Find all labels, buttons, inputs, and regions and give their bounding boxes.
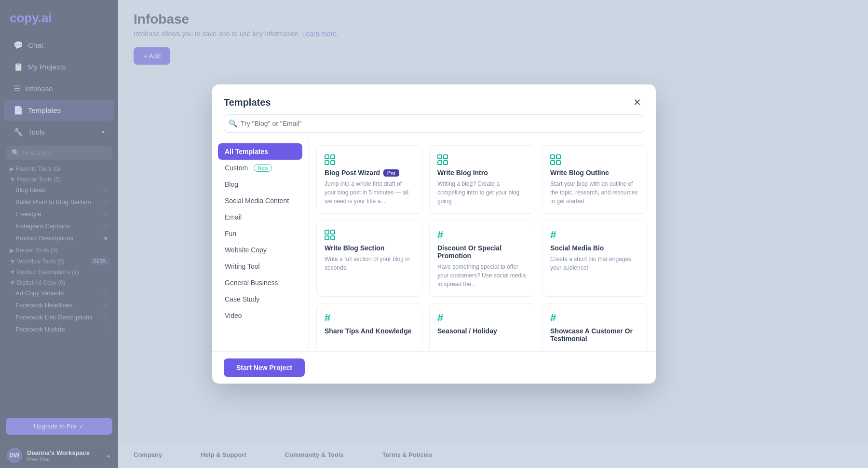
modal-overlay: Templates ✕ 🔍 All Templates Custom New B…	[0, 0, 868, 468]
svg-rect-14	[325, 236, 329, 240]
template-icon	[550, 154, 640, 165]
template-card-title: Seasonal / Holiday	[437, 327, 527, 335]
template-icon: #	[437, 313, 527, 323]
nav-fun[interactable]: Fun	[218, 225, 302, 242]
svg-rect-9	[556, 155, 560, 159]
modal-header: Templates ✕	[212, 84, 656, 114]
svg-rect-2	[325, 161, 329, 165]
svg-rect-11	[556, 161, 560, 165]
template-card[interactable]: # Discount Or Special Promotion Have som…	[429, 220, 535, 297]
nav-writing-tool[interactable]: Writing Tool	[218, 258, 302, 275]
template-icon: #	[325, 313, 414, 323]
svg-rect-3	[331, 161, 335, 165]
svg-rect-13	[331, 230, 335, 234]
start-new-project-button[interactable]: Start New Project	[224, 358, 305, 377]
modal-close-button[interactable]: ✕	[630, 95, 644, 110]
modal-footer: Start New Project	[212, 351, 656, 384]
template-card-title: Write Blog Section	[325, 244, 414, 252]
template-card[interactable]: Write Blog Intro Writing a blog? Create …	[429, 145, 535, 214]
template-card-title: Share Tips And Knowledge	[325, 327, 414, 335]
template-card-title: Write Blog Outline	[550, 169, 640, 177]
template-card[interactable]: # Share Tips And Knowledge	[316, 303, 422, 351]
nav-blog[interactable]: Blog	[218, 176, 302, 193]
template-card[interactable]: # Seasonal / Holiday	[429, 303, 535, 351]
template-grid-wrap: Blog Post Wizard Pro Jump into a whole f…	[309, 139, 656, 351]
nav-all-templates[interactable]: All Templates	[218, 143, 302, 160]
template-card-desc: Start your blog with an outline of the t…	[550, 179, 640, 206]
svg-rect-5	[444, 155, 448, 159]
template-card[interactable]: Write Blog Section Write a full section …	[316, 220, 422, 297]
template-search-input[interactable]	[224, 114, 644, 133]
template-grid: Blog Post Wizard Pro Jump into a whole f…	[316, 145, 648, 351]
template-card-desc: Write a full section of your blog in sec…	[325, 255, 414, 272]
templates-modal: Templates ✕ 🔍 All Templates Custom New B…	[212, 84, 656, 384]
template-card-desc: Writing a blog? Create a compelling intr…	[437, 179, 527, 206]
template-card[interactable]: Write Blog Outline Start your blog with …	[542, 145, 648, 214]
svg-rect-8	[551, 155, 555, 159]
template-card-title: Showcase A Customer Or Testimonial	[550, 327, 640, 343]
svg-rect-10	[551, 161, 555, 165]
template-search-wrap: 🔍	[224, 114, 644, 133]
nav-email[interactable]: Email	[218, 209, 302, 225]
template-icon: #	[550, 230, 640, 240]
search-icon: 🔍	[229, 119, 238, 128]
nav-general-business[interactable]: General Business	[218, 275, 302, 291]
svg-rect-6	[438, 161, 442, 165]
pro-badge: Pro	[383, 169, 399, 177]
modal-title: Templates	[224, 97, 271, 108]
template-card-desc: Create a short bio that engages your aud…	[550, 255, 640, 272]
template-icon	[325, 154, 414, 165]
nav-video[interactable]: Video	[218, 307, 302, 324]
template-card[interactable]: # Social Media Bio Create a short bio th…	[542, 220, 648, 297]
template-card[interactable]: Blog Post Wizard Pro Jump into a whole f…	[316, 145, 422, 214]
template-icon	[325, 230, 414, 240]
template-icon	[437, 154, 527, 165]
nav-website-copy[interactable]: Website Copy	[218, 242, 302, 258]
svg-rect-7	[444, 161, 448, 165]
template-icon: #	[550, 313, 640, 323]
template-card-title: Social Media Bio	[550, 244, 640, 252]
template-card-title: Write Blog Intro	[437, 169, 527, 177]
svg-rect-4	[438, 155, 442, 159]
template-card-title: Blog Post Wizard Pro	[325, 169, 414, 177]
nav-case-study[interactable]: Case Study	[218, 291, 302, 307]
template-card-desc: Jump into a whole first draft of your bl…	[325, 179, 414, 206]
modal-body: All Templates Custom New Blog Social Med…	[212, 139, 656, 351]
nav-social-media[interactable]: Social Media Content	[218, 193, 302, 209]
svg-rect-1	[331, 155, 335, 159]
template-category-nav: All Templates Custom New Blog Social Med…	[212, 139, 309, 351]
new-badge: New	[254, 164, 272, 172]
template-card-desc: Have something special to offer your cus…	[437, 262, 527, 289]
template-card-title: Discount Or Special Promotion	[437, 244, 527, 260]
svg-rect-0	[325, 155, 329, 159]
template-icon: #	[437, 230, 527, 240]
nav-custom[interactable]: Custom New	[218, 160, 302, 176]
svg-rect-12	[325, 230, 329, 234]
svg-rect-15	[331, 236, 335, 240]
template-card[interactable]: # Showcase A Customer Or Testimonial	[542, 303, 648, 351]
